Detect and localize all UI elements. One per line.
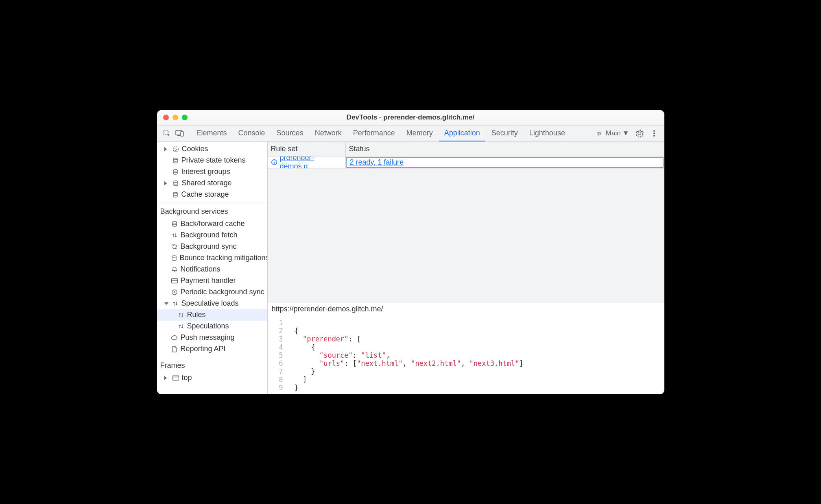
tab-network[interactable]: Network [310,126,347,141]
more-icon[interactable] [650,129,659,137]
database-icon [172,169,179,175]
sidebar-item-push-messaging[interactable]: Push messaging [157,332,267,343]
sidebar-tree: Cookies Private state tokens Interest gr… [157,142,267,385]
svg-point-12 [173,169,177,171]
sidebar-item-reporting-api[interactable]: Reporting API [157,343,267,355]
minimize-window-button[interactable] [172,115,178,120]
sidebar-item-shared-storage[interactable]: Shared storage [157,178,267,189]
overflow-tabs-icon[interactable]: » [597,128,600,139]
sidebar-item-label: Speculations [187,322,229,330]
info-icon [271,159,278,165]
background-services-section: Background services Back/forward cache B… [157,202,267,356]
svg-rect-20 [172,376,179,380]
svg-rect-3 [181,132,183,136]
column-header-status[interactable]: Status [346,142,664,156]
sidebar-item-cookies[interactable]: Cookies [157,143,267,155]
tab-application[interactable]: Application [439,126,485,141]
svg-point-11 [173,158,177,160]
source-code[interactable]: { "prerender": [ { "source": "list", "ur… [287,319,524,392]
tab-memory[interactable]: Memory [401,126,438,141]
close-window-button[interactable] [163,115,169,120]
svg-rect-18 [171,280,177,280]
clock-icon [171,289,178,295]
sidebar-item-label: Private state tokens [181,156,246,165]
sidebar-item-bfcache[interactable]: Back/forward cache [157,218,267,230]
window-title: DevTools - prerender-demos.glitch.me/ [157,113,664,122]
panel-tabs: Elements Console Sources Network Perform… [191,126,595,141]
sidebar-item-notifications[interactable]: Notifications [157,264,267,275]
source-viewer: 1 2 3 4 5 6 7 8 9 { "prerender": [ { "so… [268,316,664,394]
maximize-window-button[interactable] [182,115,188,120]
sidebar-item-cache-storage[interactable]: Cache storage [157,189,267,200]
sync-icon [171,243,178,250]
sidebar-item-label: Reporting API [181,345,226,353]
arrows-icon [171,232,178,239]
sidebar-item-label: Push messaging [181,333,235,342]
sidebar-item-label: Interest groups [181,167,230,176]
sidebar-item-bounce-tracking[interactable]: Bounce tracking mitigations [157,252,267,264]
sidebar-item-payment-handler[interactable]: Payment handler [157,275,267,287]
sidebar-item-interest-groups[interactable]: Interest groups [157,166,267,178]
sidebar-item-periodic-bg-sync[interactable]: Periodic background sync [157,287,267,298]
arrows-icon [172,300,179,307]
tab-console[interactable]: Console [233,126,271,141]
tab-elements[interactable]: Elements [191,126,232,141]
section-title: Background services [157,204,267,218]
sidebar-item-label: Payment handler [181,276,236,285]
sidebar-item-label: Notifications [181,265,221,274]
svg-point-22 [274,161,275,161]
table-row[interactable]: prerender-demos.g 2 ready, 1 failure [268,156,664,169]
sidebar-item-speculations[interactable]: Speculations [157,321,267,332]
frame-icon [172,375,179,381]
devtools-window: DevTools - prerender-demos.glitch.me/ El… [157,110,664,394]
database-icon [172,191,179,198]
sidebar-item-background-fetch[interactable]: Background fetch [157,230,267,241]
svg-point-9 [176,149,177,150]
sidebar-item-label: Cookies [182,145,208,153]
column-header-ruleset[interactable]: Rule set [268,142,346,156]
sidebar-item-label: Background fetch [181,231,238,239]
cloud-icon [171,335,178,341]
chevron-down-icon: ▼ [622,129,629,137]
sidebar-item-label: Bounce tracking mitigations [180,254,268,262]
target-selector[interactable]: Main ▼ [606,129,629,137]
sidebar-item-label: Periodic background sync [181,288,264,296]
card-icon [171,278,178,284]
svg-rect-23 [274,162,275,164]
sidebar-item-private-state-tokens[interactable]: Private state tokens [157,155,267,166]
titlebar: DevTools - prerender-demos.glitch.me/ [157,110,664,126]
status-cell[interactable]: 2 ready, 1 failure [346,157,664,168]
svg-point-15 [172,222,177,223]
tab-lighthouse[interactable]: Lighthouse [524,126,570,141]
window-controls [157,115,188,120]
svg-point-4 [653,130,655,132]
device-toolbar-icon[interactable] [174,126,186,141]
settings-icon[interactable] [635,129,644,137]
bell-icon [171,266,178,273]
sidebar-item-speculative-loads[interactable]: Speculative loads [157,298,267,309]
tab-sources[interactable]: Sources [271,126,309,141]
ruleset-cell[interactable]: prerender-demos.g [268,156,346,168]
database-icon [171,255,177,261]
svg-point-13 [174,181,178,182]
svg-point-14 [173,192,177,194]
ruleset-table-header: Rule set Status [268,142,664,156]
tab-performance[interactable]: Performance [348,126,400,141]
tab-security[interactable]: Security [486,126,523,141]
inspect-element-icon[interactable] [161,126,172,141]
arrows-icon [177,323,185,330]
sidebar-item-top-frame[interactable]: top [157,372,267,384]
svg-point-6 [653,135,655,137]
sidebar-item-rules[interactable]: Rules [157,309,267,321]
ruleset-table-body: prerender-demos.g 2 ready, 1 failure [268,156,664,302]
svg-point-5 [653,133,655,134]
svg-point-7 [173,146,178,152]
sidebar-item-label: Cache storage [181,190,229,199]
cookie-icon [172,146,179,152]
ruleset-link: prerender-demos.g [279,156,342,168]
svg-point-10 [175,150,176,151]
sidebar-item-background-sync[interactable]: Background sync [157,241,267,252]
sidebar-item-label: top [182,374,192,382]
svg-point-16 [172,256,176,257]
database-icon [171,221,178,227]
